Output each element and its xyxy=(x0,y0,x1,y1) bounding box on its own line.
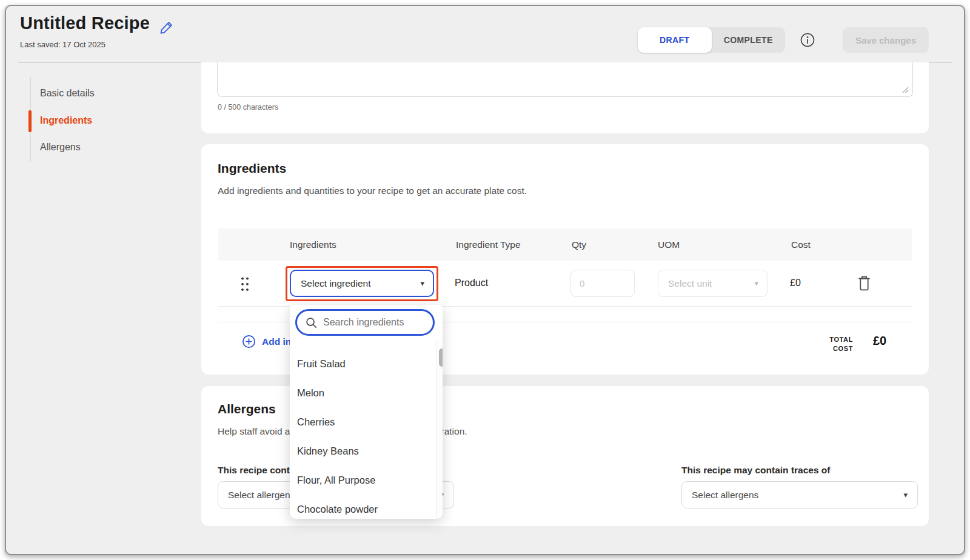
app-window: Untitled Recipe Last saved: 17 Oct 2025 … xyxy=(5,5,965,555)
ingredients-section-subtitle: Add ingredients and quantities to your r… xyxy=(218,185,527,196)
col-header-uom: UOM xyxy=(658,239,680,250)
col-header-qty: Qty xyxy=(572,239,586,250)
ingredients-section-title: Ingredients xyxy=(218,161,286,176)
search-icon xyxy=(305,316,318,329)
dropdown-option-flour[interactable]: Flour, All Purpose xyxy=(297,475,412,486)
col-header-cost: Cost xyxy=(791,239,811,250)
total-cost-label: TOTAL COST xyxy=(811,335,853,353)
delete-row-icon[interactable] xyxy=(857,275,872,292)
traces-select-placeholder: Select allergens xyxy=(692,490,903,501)
dropdown-option-fruit-salad[interactable]: Fruit Salad xyxy=(297,358,412,370)
dropdown-option-kidney-beans[interactable]: Kidney Beans xyxy=(297,445,412,457)
uom-select[interactable]: Select unit ▾ xyxy=(658,270,768,297)
status-toggle: DRAFT COMPLETE xyxy=(638,27,785,53)
complete-toggle-button[interactable]: COMPLETE xyxy=(712,27,786,53)
ingredient-search-box[interactable] xyxy=(295,309,435,336)
plus-circle-icon xyxy=(242,335,256,348)
ingredient-dropdown-panel: Fruit Salad Melon Cherries Kidney Beans … xyxy=(290,305,443,519)
allergens-section-title: Allergens xyxy=(218,402,276,416)
row-cost-value: £0 xyxy=(790,278,801,288)
sidebar-item-basic-details[interactable]: Basic details xyxy=(40,88,161,101)
col-header-ingredient-type: Ingredient Type xyxy=(456,239,521,250)
ingredient-type-value: Product xyxy=(455,278,488,288)
traces-allergens-select[interactable]: Select allergens ▾ xyxy=(681,481,918,508)
last-saved-text: Last saved: 17 Oct 2025 xyxy=(20,40,105,49)
col-header-ingredients: Ingredients xyxy=(290,239,336,250)
chevron-down-icon: ▾ xyxy=(903,490,908,499)
description-textarea[interactable] xyxy=(217,62,913,97)
drag-handle[interactable] xyxy=(240,276,249,292)
sidebar-item-allergens[interactable]: Allergens xyxy=(40,142,161,155)
dropdown-option-chocolate-powder[interactable]: Chocolate powder xyxy=(297,504,412,515)
dropdown-scrollbar-thumb[interactable] xyxy=(439,348,443,367)
ingredient-search-input[interactable] xyxy=(323,317,420,328)
ingredient-select-value: Select ingredient xyxy=(301,278,420,289)
edit-title-icon[interactable] xyxy=(159,19,175,35)
dropdown-scrollbar-track[interactable] xyxy=(436,341,443,519)
uom-select-placeholder: Select unit xyxy=(668,278,754,289)
basic-details-card: 0 / 500 characters xyxy=(201,62,929,133)
chevron-down-icon: ▾ xyxy=(754,279,758,288)
total-cost-value: £0 xyxy=(873,334,886,348)
draft-toggle-button[interactable]: DRAFT xyxy=(638,27,712,53)
info-icon[interactable] xyxy=(799,32,816,48)
qty-input[interactable] xyxy=(570,270,635,297)
character-count: 0 / 500 characters xyxy=(218,103,278,112)
sidebar-item-ingredients[interactable]: Ingredients xyxy=(40,115,161,128)
save-changes-button[interactable]: Save changes xyxy=(843,27,929,53)
ingredient-select[interactable]: Select ingredient ▾ xyxy=(290,270,434,297)
chevron-down-icon: ▾ xyxy=(420,279,424,288)
sidebar-active-indicator xyxy=(28,110,32,132)
dropdown-option-cherries[interactable]: Cherries xyxy=(297,416,412,428)
dropdown-option-melon[interactable]: Melon xyxy=(297,387,412,399)
resize-handle-icon[interactable] xyxy=(901,86,909,93)
page-title: Untitled Recipe xyxy=(20,13,150,33)
table-header-row: Ingredients Ingredient Type Qty UOM Cost xyxy=(218,228,912,261)
traces-label: This recipe may contain traces of xyxy=(681,465,831,476)
